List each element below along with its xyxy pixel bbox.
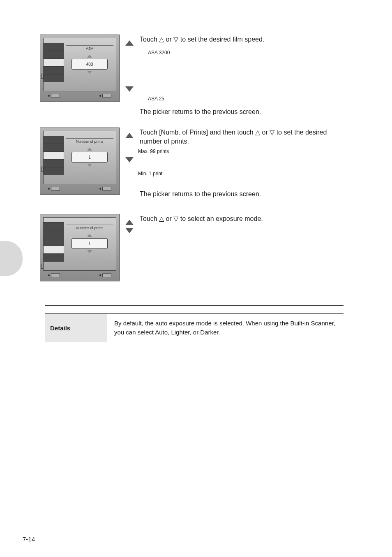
device-value-box: 1 [71, 152, 108, 162]
arrow-label-down: ASA 25 [148, 94, 345, 103]
device-button-left [48, 273, 60, 277]
step-4-text: Touch △ or ▽ to select an exposure mode. [140, 214, 345, 223]
device-value-box: 400 [71, 59, 108, 70]
arrow-label-up: Max. 99 prints [138, 147, 345, 156]
instruction-text: to select an exposure mode. [180, 215, 263, 222]
triangle-down-icon [125, 86, 134, 92]
table-right-text: By default, the auto exposure mode is se… [107, 314, 344, 342]
triangle-up-inline: △ [255, 129, 260, 136]
triangle-up-icon [125, 133, 134, 138]
step-3-block: Number of prints 1 [40, 128, 120, 195]
table-header-spacer [45, 306, 344, 314]
sidebar-tab-selected [44, 58, 64, 67]
instruction-text: Touch [Numb. of Prints] and then touch [140, 129, 255, 136]
sidebar-tab [44, 51, 64, 59]
sidebar-tab [44, 222, 64, 230]
instruction-note: The picker returns to the previous scree… [140, 190, 345, 199]
table-left-label: Details [45, 314, 107, 342]
sidebar-tab [44, 43, 64, 51]
chevron-down-icon [87, 71, 92, 74]
device-mockup: Number of prints 1 [40, 214, 120, 281]
triangle-up-inline: △ [159, 215, 164, 222]
instruction-text: or [166, 36, 174, 43]
triangle-down-icon [125, 157, 134, 162]
triangle-up-icon [125, 220, 134, 225]
instruction-note: The picker returns to the previous scree… [140, 107, 345, 116]
page-side-tab [0, 241, 23, 276]
arrow-label-down: Min. 1 print [138, 169, 345, 178]
instruction-text: Touch [140, 215, 159, 222]
device-sidebar [44, 43, 64, 82]
triangle-down-inline: ▽ [173, 36, 178, 43]
step-2-text: Touch △ or ▽ to set the desired film spe… [140, 35, 345, 116]
device-screen: Number of prints 1 [43, 131, 116, 184]
device-screen: ASA 400 [43, 38, 116, 91]
sidebar-tab [44, 66, 64, 74]
device-sidebar [44, 223, 64, 262]
device-mockup: Number of prints 1 [40, 128, 120, 195]
triangle-up-icon [125, 40, 134, 46]
table-row: Details By default, the auto exposure mo… [45, 314, 344, 342]
device-title: Number of prints [66, 138, 113, 144]
device-button-left [48, 187, 60, 191]
sidebar-tab [44, 74, 64, 82]
device-field-area: Number of prints 1 [66, 136, 113, 167]
device-field-area: Number of prints 1 [66, 223, 113, 253]
device-screen: Number of prints 1 [43, 217, 116, 271]
sidebar-tab [44, 253, 64, 262]
chevron-down-icon [87, 164, 92, 167]
details-table: Details By default, the auto exposure mo… [45, 305, 344, 342]
sidebar-tab-selected [44, 246, 64, 254]
instruction-text: or [166, 215, 174, 222]
device-title: Number of prints [66, 225, 113, 230]
sidebar-tab [44, 136, 64, 144]
chevron-up-icon [87, 234, 92, 237]
instruction-text: Touch [140, 36, 159, 43]
device-button-left [48, 94, 60, 98]
instruction-text: or [262, 129, 270, 136]
slider-handle-icon [41, 264, 44, 269]
device-value-box: 1 [71, 238, 108, 249]
slider-handle-icon [41, 74, 44, 79]
sidebar-tab-selected [44, 151, 64, 160]
device-button-right [99, 94, 111, 98]
sidebar-tab [44, 167, 64, 175]
device-title: ASA [66, 45, 113, 51]
device-button-right [99, 273, 111, 277]
chevron-down-icon [87, 250, 92, 253]
device-mockup: ASA 400 [40, 35, 120, 102]
triangle-up-inline: △ [159, 36, 164, 43]
device-field-area: ASA 400 [66, 43, 113, 74]
sidebar-tab [44, 144, 64, 152]
slider-handle-icon [41, 167, 44, 172]
triangle-down-icon [125, 228, 134, 233]
device-bottom-bar [43, 272, 116, 279]
sidebar-tab [44, 238, 64, 246]
chevron-up-icon [87, 55, 92, 58]
chevron-up-icon [87, 148, 92, 151]
step-3-text: Touch [Numb. of Prints] and then touch △… [140, 128, 345, 199]
device-bottom-bar [43, 92, 116, 100]
triangle-down-inline: ▽ [173, 215, 178, 222]
device-button-right [99, 187, 111, 191]
instruction-text: to set the desired film speed. [180, 36, 265, 43]
step-4-block: Number of prints 1 [40, 214, 120, 281]
triangle-down-inline: ▽ [270, 129, 274, 136]
device-sidebar [44, 136, 64, 175]
page-number: 7-14 [23, 536, 35, 543]
arrow-label-up: ASA 3200 [148, 48, 345, 57]
sidebar-tab [44, 230, 64, 238]
device-bottom-bar [43, 185, 116, 193]
step-2-block: ASA 400 [40, 35, 120, 102]
sidebar-tab [44, 159, 64, 167]
